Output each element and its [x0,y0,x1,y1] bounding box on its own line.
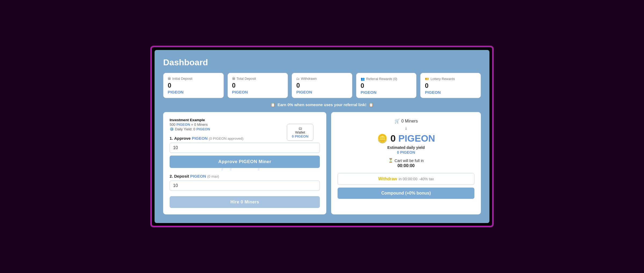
left-panel: dapp.expert Investment Example 500 PIGEO… [163,112,326,214]
hourglass-icon: ⏳ [388,158,393,163]
compound-label: Compound [381,191,404,195]
approve-number: 1. [170,136,173,141]
compound-bonus: (+0% bonus) [405,191,431,195]
wallet-icon: 🗂 [298,126,302,130]
stat-card-withdrawn: 🗂 Withdrawn 0 PIGEON [292,73,352,98]
stat-card-total-deposit: 🏛 Total Deposit 0 PIGEON [228,73,288,98]
wallet-label: Wallet [295,130,305,134]
daily-yield-currency: PIGEON [196,127,210,131]
deposit-max-info: (0 max) [207,174,219,178]
dashboard-container: Dashboard 🏛 Initial Deposit 0 PIGEON 🏛 T… [155,50,489,223]
est-daily-value: 0 PIGEON [397,150,415,155]
cart-icon: 🛒 [394,118,400,124]
deposit-number: 2. [170,174,173,178]
page-title: Dashboard [163,58,481,67]
stat-label-withdrawn: 🗂 Withdrawn [296,77,317,81]
referral-text: Earn 0% when someone uses your referral … [277,103,366,107]
invest-currency: PIGEON [177,123,190,127]
pigeon-amount-row: 🪙 0 PIGEON [377,133,435,144]
approve-label: Approve [174,136,191,141]
stat-icon-lottery-rewards: 🎫 [425,77,429,81]
stat-currency-lottery-rewards: PIGEON [425,90,441,95]
cart-full-text: Cart will be full in [394,159,424,163]
wallet-amount: 0 PIGEON [292,134,309,138]
stat-icon-initial-deposit: 🏛 [168,77,171,81]
withdraw-time: in 00:00:00 [399,177,418,181]
hire-button[interactable]: Hire 0 Miners [170,196,320,208]
invest-miners: = 0 Miners [191,123,208,127]
deposit-section-label: 2. Deposit PIGEON (0 max) [170,174,320,178]
stat-value-initial-deposit: 0 [168,82,171,89]
stat-currency-initial-deposit: PIGEON [168,90,184,94]
stat-card-referral-rewards: 👥 Referral Rewards (0) 0 PIGEON [356,73,417,98]
investment-example-label: Investment Example [170,118,205,122]
withdraw-label: Withdraw [378,177,397,181]
stat-currency-total-deposit: PIGEON [232,90,248,94]
coin-icon: 🪙 [377,133,388,143]
stat-currency-withdrawn: PIGEON [296,90,312,94]
stat-icon-total-deposit: 🏛 [232,77,235,81]
compound-button[interactable]: Compound (+0% bonus) [338,188,474,199]
stat-currency-referral-rewards: PIGEON [361,90,376,95]
miners-count: 🛒 0 Miners [394,118,418,124]
stat-value-lottery-rewards: 0 [425,82,428,89]
cart-full-label: ⏳ Cart will be full in [388,158,424,163]
wallet-button[interactable]: 🗂 Wallet 0 PIGEON [287,124,314,141]
right-panel: 🛒 0 Miners ↓ 🪙 0 PIGEON Estimated daily … [331,112,481,214]
approve-currency: PIGEON [192,136,208,141]
pigeon-amount-currency: PIGEON [398,133,435,144]
withdraw-button[interactable]: Withdraw in 00:00:00 -40% tax [338,173,474,185]
arrow-down: ↓ [405,125,407,131]
stat-value-referral-rewards: 0 [361,82,364,89]
cart-time: 00:00:00 [397,163,415,168]
approve-button[interactable]: Approve PIGEON Miner [170,156,320,168]
referral-copy-icon[interactable]: 📋 [369,102,374,107]
stat-value-withdrawn: 0 [296,82,300,89]
stat-label-lottery-rewards: 🎫 Lottery Rewards [425,77,455,81]
main-row: dapp.expert Investment Example 500 PIGEO… [163,112,481,214]
stat-label-initial-deposit: 🏛 Initial Deposit [168,77,192,81]
referral-bar: 📋 Earn 0% when someone uses your referra… [163,102,481,107]
referral-icon: 📋 [270,102,275,107]
approve-info: (0 PIGEON approved) [209,136,243,141]
deposit-currency: PIGEON [190,174,206,178]
est-daily-label: Estimated daily yield [387,145,425,150]
daily-yield-label: Daily Yield: 0 [175,127,195,131]
miners-count-text: 0 Miners [401,119,418,124]
pigeon-amount-value: 0 [390,133,396,144]
deposit-input[interactable] [170,181,320,191]
deposit-label: Deposit [174,174,189,178]
withdraw-tax: -40% tax [419,177,434,181]
stat-label-referral-rewards: 👥 Referral Rewards (0) [361,77,397,81]
stat-card-initial-deposit: 🏛 Initial Deposit 0 PIGEON [163,73,224,98]
stat-icon-withdrawn: 🗂 [296,77,299,81]
stat-label-total-deposit: 🏛 Total Deposit [232,77,256,81]
invest-500: 500 [170,123,175,127]
stat-icon-referral-rewards: 👥 [361,77,365,81]
outer-border: Dashboard 🏛 Initial Deposit 0 PIGEON 🏛 T… [150,46,494,227]
stat-value-total-deposit: 0 [232,82,236,89]
approve-input[interactable] [170,143,320,153]
stats-row: 🏛 Initial Deposit 0 PIGEON 🏛 Total Depos… [163,73,481,98]
stat-card-lottery-rewards: 🎫 Lottery Rewards 0 PIGEON [420,73,481,98]
daily-yield-icon: ⚙️ [170,127,174,131]
